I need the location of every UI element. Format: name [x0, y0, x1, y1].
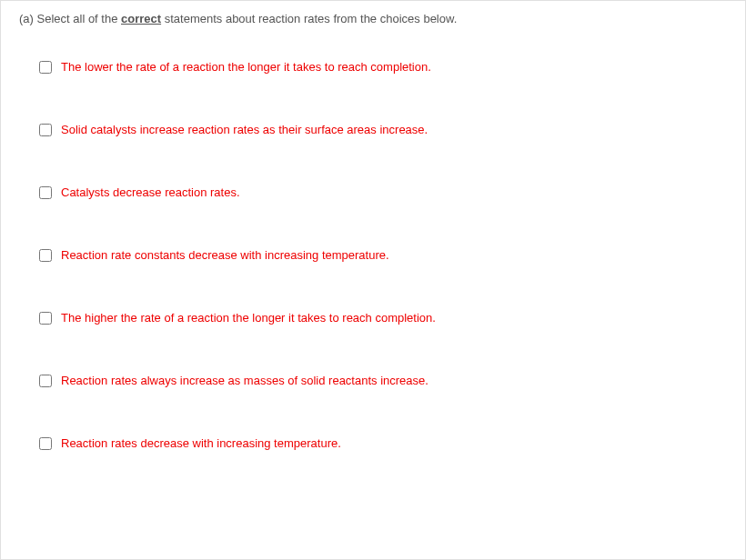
option-label: Reaction rates always increase as masses… — [61, 374, 428, 387]
option-row: Reaction rate constants decrease with in… — [39, 248, 727, 262]
option-row: Reaction rates always increase as masses… — [39, 374, 727, 387]
question-part-label: (a) — [19, 12, 34, 25]
option-label: Reaction rates decrease with increasing … — [61, 436, 341, 450]
question-container: (a) Select all of the correct statements… — [0, 0, 746, 560]
option-row: Catalysts decrease reaction rates. — [39, 185, 727, 199]
prompt-emphasis: correct — [121, 12, 161, 25]
option-row: Reaction rates decrease with increasing … — [39, 436, 727, 450]
prompt-text-before: Select all of the — [37, 12, 122, 25]
option-checkbox[interactable] — [39, 124, 52, 136]
question-prompt: (a) Select all of the correct statements… — [19, 12, 727, 25]
option-label: The higher the rate of a reaction the lo… — [61, 311, 436, 325]
option-label: Solid catalysts increase reaction rates … — [61, 123, 428, 136]
option-checkbox[interactable] — [39, 61, 52, 74]
option-label: The lower the rate of a reaction the lon… — [61, 60, 431, 74]
option-checkbox[interactable] — [39, 249, 52, 262]
option-row: The higher the rate of a reaction the lo… — [39, 311, 727, 325]
option-checkbox[interactable] — [39, 375, 52, 387]
option-checkbox[interactable] — [39, 437, 52, 450]
option-label: Catalysts decrease reaction rates. — [61, 185, 240, 199]
option-checkbox[interactable] — [39, 186, 52, 199]
option-checkbox[interactable] — [39, 312, 52, 325]
option-row: The lower the rate of a reaction the lon… — [39, 60, 727, 74]
option-label: Reaction rate constants decrease with in… — [61, 248, 389, 262]
option-row: Solid catalysts increase reaction rates … — [39, 123, 727, 136]
prompt-text-after: statements about reaction rates from the… — [161, 12, 457, 25]
options-list: The lower the rate of a reaction the lon… — [19, 60, 727, 450]
